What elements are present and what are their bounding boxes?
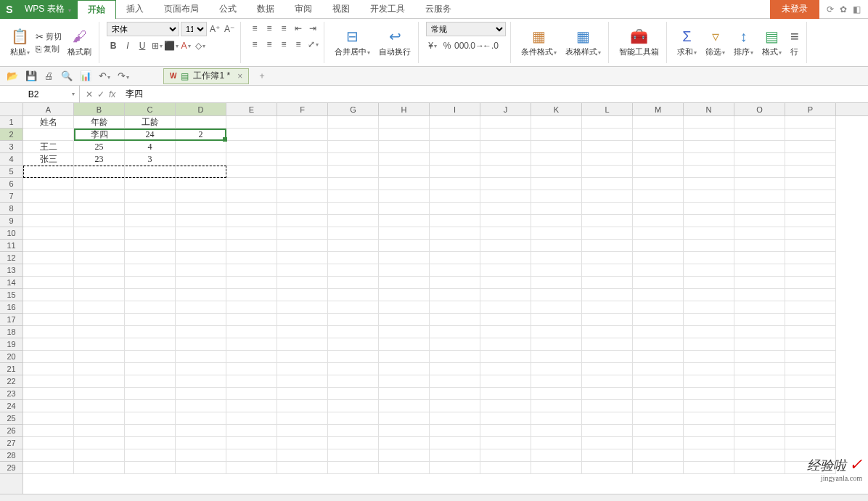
print-preview-icon[interactable]: 🔍	[59, 70, 75, 81]
cell[interactable]	[684, 227, 734, 240]
row-header[interactable]: 6	[0, 178, 22, 190]
cell[interactable]	[379, 227, 430, 240]
cell[interactable]	[633, 277, 684, 289]
cell[interactable]	[23, 252, 74, 264]
cell[interactable]	[23, 400, 74, 412]
cell[interactable]	[277, 425, 328, 437]
cell[interactable]	[633, 264, 684, 277]
cell[interactable]	[785, 252, 836, 264]
row-header[interactable]: 28	[0, 449, 22, 462]
cancel-formula-icon[interactable]: ✕	[86, 89, 93, 99]
cell[interactable]	[684, 338, 734, 351]
cell[interactable]	[684, 129, 734, 141]
cell[interactable]	[684, 264, 734, 277]
cell[interactable]	[633, 301, 684, 314]
cell[interactable]	[480, 116, 531, 129]
font-size-select[interactable]: 11	[181, 22, 207, 36]
cell[interactable]	[277, 277, 328, 289]
cell[interactable]	[176, 301, 226, 314]
cell[interactable]	[531, 277, 582, 289]
row-header[interactable]: 13	[0, 264, 22, 277]
cell[interactable]	[277, 190, 328, 203]
cell[interactable]	[379, 153, 430, 166]
cell[interactable]	[684, 289, 734, 301]
cell[interactable]: 工龄	[125, 116, 176, 129]
cell[interactable]	[785, 227, 836, 240]
cell[interactable]	[430, 215, 480, 227]
cell[interactable]	[125, 203, 176, 215]
cell[interactable]	[480, 153, 531, 166]
cell[interactable]	[125, 437, 176, 449]
cell[interactable]	[125, 277, 176, 289]
cell[interactable]	[785, 375, 836, 388]
cell[interactable]	[277, 412, 328, 425]
cell[interactable]	[480, 240, 531, 252]
align-left-icon[interactable]: ≡	[248, 38, 261, 51]
cell[interactable]	[734, 215, 785, 227]
cell[interactable]	[328, 314, 379, 326]
column-header[interactable]: A	[23, 103, 74, 115]
cell[interactable]	[734, 166, 785, 178]
cell[interactable]	[176, 449, 226, 462]
cell[interactable]	[226, 338, 277, 351]
cell[interactable]	[684, 240, 734, 252]
cell[interactable]	[633, 240, 684, 252]
copy-button[interactable]: ⎘复制	[36, 44, 62, 54]
font-family-select[interactable]: 宋体	[107, 22, 179, 36]
orientation-icon[interactable]: ⤢	[306, 38, 319, 51]
cell[interactable]: 姓名	[23, 116, 74, 129]
cell[interactable]	[430, 326, 480, 338]
cell[interactable]	[684, 462, 734, 474]
comma-icon[interactable]: 000	[455, 39, 468, 52]
cell[interactable]	[734, 400, 785, 412]
formula-input[interactable]	[126, 89, 864, 99]
cell[interactable]	[379, 400, 430, 412]
cell[interactable]	[734, 277, 785, 289]
cell[interactable]	[328, 289, 379, 301]
cell[interactable]	[531, 252, 582, 264]
cell[interactable]	[684, 277, 734, 289]
cell[interactable]	[430, 153, 480, 166]
cell[interactable]	[379, 178, 430, 190]
document-tab[interactable]: W ▤ 工作簿1 * ×	[163, 68, 249, 84]
cell[interactable]	[23, 301, 74, 314]
row-header[interactable]: 23	[0, 388, 22, 400]
cell[interactable]	[277, 264, 328, 277]
row-header[interactable]: 29	[0, 462, 22, 474]
cell[interactable]	[531, 351, 582, 363]
cell[interactable]	[633, 338, 684, 351]
cell[interactable]	[785, 425, 836, 437]
cell[interactable]	[379, 326, 430, 338]
row-header[interactable]: 10	[0, 227, 22, 240]
cell[interactable]	[633, 326, 684, 338]
cell[interactable]	[785, 116, 836, 129]
cell[interactable]	[430, 264, 480, 277]
cell[interactable]	[379, 351, 430, 363]
row-header[interactable]: 7	[0, 190, 22, 203]
cell[interactable]	[226, 252, 277, 264]
cell[interactable]	[328, 363, 379, 375]
cell[interactable]: 25	[74, 141, 125, 153]
cell[interactable]	[531, 264, 582, 277]
cell[interactable]	[633, 252, 684, 264]
cell[interactable]	[480, 338, 531, 351]
cell[interactable]	[531, 314, 582, 326]
redo-icon[interactable]: ↷	[115, 70, 131, 81]
row-header[interactable]: 11	[0, 240, 22, 252]
cell[interactable]	[23, 375, 74, 388]
cell[interactable]	[684, 166, 734, 178]
cell[interactable]	[531, 462, 582, 474]
cell[interactable]	[23, 412, 74, 425]
cell[interactable]	[74, 400, 125, 412]
cell[interactable]	[633, 375, 684, 388]
column-header[interactable]: M	[633, 103, 684, 115]
app-menu-dropdown-icon[interactable]	[67, 4, 71, 15]
cell[interactable]	[74, 277, 125, 289]
cell[interactable]	[430, 437, 480, 449]
cell[interactable]	[531, 190, 582, 203]
row-col-button[interactable]: ≡ 行	[787, 27, 802, 59]
column-header[interactable]: D	[176, 103, 226, 115]
menu-tab-4[interactable]: 数据	[247, 0, 284, 19]
cell[interactable]	[582, 351, 633, 363]
cell[interactable]	[734, 388, 785, 400]
